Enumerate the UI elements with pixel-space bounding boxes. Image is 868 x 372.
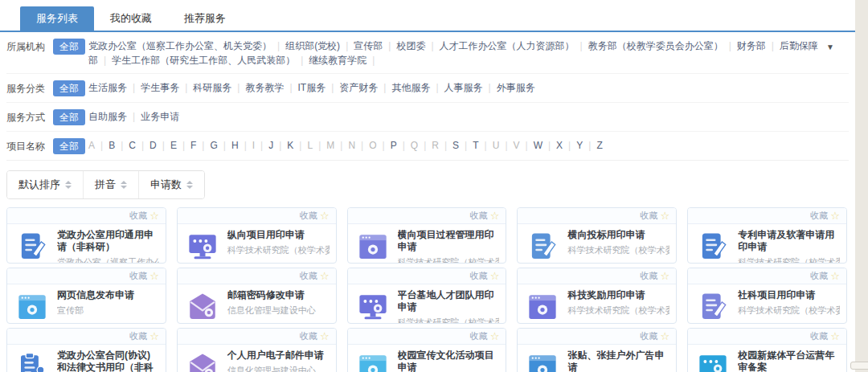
star-icon[interactable]: ☆ [490,211,500,221]
filter-option[interactable]: 教务教学 [245,82,284,93]
favorite-button[interactable]: 收藏 [810,210,828,222]
star-icon[interactable]: ☆ [661,331,670,341]
letter-filter-J[interactable]: J [268,140,273,151]
filter-option[interactable]: 资产财务 [339,82,378,93]
star-icon[interactable]: ☆ [149,331,159,341]
star-icon[interactable]: ☆ [320,331,330,341]
sort-default-button[interactable]: 默认排序 [7,171,84,198]
letter-filter-Y[interactable]: Y [576,140,583,151]
sort-pinyin-button[interactable]: 拼音 [84,171,139,198]
star-icon[interactable]: ☆ [490,271,500,281]
org-all-chip[interactable]: 全部 [53,39,85,55]
service-title[interactable]: 邮箱密码修改申请 [227,289,330,301]
service-card[interactable]: 收藏☆ 横向投标用印申请科学技术研究院（校学术委员会办公... [517,207,677,264]
star-icon[interactable]: ☆ [830,331,840,341]
favorite-button[interactable]: 收藏 [810,270,828,282]
star-icon[interactable]: ☆ [149,271,159,281]
filter-option[interactable]: 自助服务 [88,111,127,122]
service-card[interactable]: 收藏☆ 横向项目过程管理用印申请科学技术研究院（校学术委员会办公... [347,207,507,264]
letter-filter-W[interactable]: W [534,140,542,151]
filter-option[interactable]: 财务部 [737,40,766,51]
star-icon[interactable]: ☆ [830,211,840,221]
service-title[interactable]: 校园新媒体平台运营年审备案 [738,350,840,372]
service-card[interactable]: 收藏☆ 个人用户电子邮件申请信息化管理与建设中心 [177,328,337,372]
service-card[interactable]: 收藏☆ 党政办公室用印通用申请（非科研）党政办公室（巡察工作办公室、机关... [6,207,166,264]
favorite-button[interactable]: 收藏 [470,330,488,342]
service-card[interactable]: 收藏☆ 党政办公室合同(协议)和法律文书用印（非科研）党政办公室（巡察工作办公室… [6,328,166,372]
letter-filter-P[interactable]: P [391,140,397,151]
filter-option[interactable]: IT服务 [298,82,326,93]
letter-filter-Z[interactable]: Z [596,140,602,151]
favorite-button[interactable]: 收藏 [641,210,658,222]
service-title[interactable]: 平台基地人才团队用印申请 [398,289,500,313]
service-title[interactable]: 网页信息发布申请 [57,289,159,301]
service-title[interactable]: 纵向项目用印申请 [227,229,330,241]
filter-option[interactable]: 学生工作部（研究生工作部、人民武装部） [112,55,295,66]
star-icon[interactable]: ☆ [490,331,500,341]
filter-option[interactable]: 人才工作办公室（人力资源部） [440,40,575,51]
service-card[interactable]: 收藏☆ 校园新媒体平台运营年审备案宣传部 [687,328,847,372]
service-title[interactable]: 专利申请及软著申请用印申请 [738,229,840,253]
tab-recommended[interactable]: 推荐服务 [168,6,242,31]
name-all-chip[interactable]: 全部 [53,138,85,154]
letter-filter-T[interactable]: T [473,140,478,151]
service-card[interactable]: 收藏☆ 校园宣传文化活动项目申请宣传部 [347,328,507,372]
favorite-button[interactable]: 收藏 [300,210,317,222]
letter-filter-D[interactable]: D [149,140,157,151]
service-title[interactable]: 科技奖励用印申请 [567,289,669,301]
filter-option[interactable]: 业务申请 [141,111,179,122]
filter-option[interactable]: 人事服务 [444,82,483,93]
favorite-button[interactable]: 收藏 [129,270,147,282]
filter-option[interactable]: 宣传部 [354,40,383,51]
star-icon[interactable]: ☆ [320,211,330,221]
star-icon[interactable]: ☆ [661,211,670,221]
favorite-button[interactable]: 收藏 [129,330,147,342]
service-title[interactable]: 社科项目用印申请 [738,289,840,301]
filter-option[interactable]: 学生事务 [141,82,179,93]
filter-option[interactable]: 组织部(党校) [285,40,340,51]
favorite-button[interactable]: 收藏 [470,270,488,282]
category-all-chip[interactable]: 全部 [53,80,85,96]
filter-option[interactable]: 党政办公室（巡察工作办公室、机关党委） [88,40,272,51]
letter-filter-B[interactable]: B [108,140,115,151]
letter-filter-E[interactable]: E [170,140,177,151]
letter-filter-K[interactable]: K [287,140,293,151]
service-title[interactable]: 党政办公室合同(协议)和法律文书用印（非科研） [57,350,159,372]
favorite-button[interactable]: 收藏 [300,270,317,282]
tab-my-favorites[interactable]: 我的收藏 [94,6,168,31]
service-card[interactable]: 收藏☆ 邮箱密码修改申请信息化管理与建设中心 [177,268,337,324]
expand-caret-icon[interactable]: ▼ [826,40,834,55]
service-title[interactable]: 党政办公室用印通用申请（非科研） [57,229,159,253]
service-card[interactable]: 收藏☆ 平台基地人才团队用印申请科学技术研究院（校学术委员会办公... [347,268,507,324]
service-title[interactable]: 校园宣传文化活动项目申请 [398,350,500,372]
letter-filter-X[interactable]: X [556,140,563,151]
letter-filter-H[interactable]: H [231,140,239,151]
service-title[interactable]: 个人用户电子邮件申请 [227,350,330,362]
tab-service-list[interactable]: 服务列表 [20,6,94,31]
filter-option[interactable]: 其他服务 [391,82,430,93]
service-card[interactable]: 收藏☆ 纵向项目用印申请科学技术研究院（校学术委员会办公... [177,207,337,264]
favorite-button[interactable]: 收藏 [810,330,828,342]
scroll-widget[interactable] [850,362,868,370]
favorite-button[interactable]: 收藏 [300,330,317,342]
service-title[interactable]: 张贴、张挂户外广告申请 [567,350,669,372]
letter-filter-S[interactable]: S [452,140,459,151]
letter-filter-C[interactable]: C [129,140,136,151]
favorite-button[interactable]: 收藏 [470,210,488,222]
star-icon[interactable]: ☆ [149,211,159,221]
letter-filter-G[interactable]: G [210,140,217,151]
filter-option[interactable]: 校团委 [396,40,425,51]
service-card[interactable]: 收藏☆ 网页信息发布申请宣传部 [6,268,166,324]
favorite-button[interactable]: 收藏 [641,270,658,282]
favorite-button[interactable]: 收藏 [129,210,147,222]
service-title[interactable]: 横向投标用印申请 [567,229,669,241]
star-icon[interactable]: ☆ [830,271,840,281]
service-card[interactable]: 收藏☆ 科技奖励用印申请科学技术研究院（校学术委员会办公... [517,268,677,324]
favorite-button[interactable]: 收藏 [641,330,658,342]
star-icon[interactable]: ☆ [320,271,330,281]
service-title[interactable]: 横向项目过程管理用印申请 [398,229,500,253]
sort-count-button[interactable]: 申请数 [139,171,204,198]
service-card[interactable]: 收藏☆ 专利申请及软著申请用印申请科学技术研究院（校学术委员会办公... [687,207,847,264]
star-icon[interactable]: ☆ [661,271,670,281]
letter-filter-F[interactable]: F [190,140,196,151]
